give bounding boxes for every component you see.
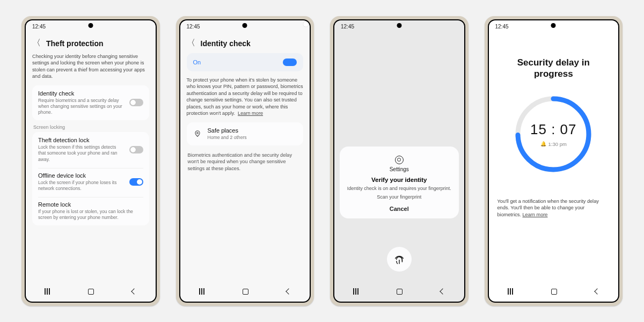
theft-detection-desc: Lock the screen if this settings detects… (38, 144, 124, 163)
dialog-desc: Identity check is on and requires your f… (345, 185, 453, 192)
safe-places-title: Safe places (208, 127, 247, 134)
offline-lock-toggle[interactable] (129, 178, 143, 186)
status-bar: 12:45 (334, 20, 464, 32)
identity-check-card[interactable]: Identity check Require biometrics and a … (32, 85, 149, 121)
front-camera-icon (88, 23, 93, 28)
countdown-ring: 15 : 07 🔔 1:30 pm (513, 94, 594, 174)
page-title: Identity check (201, 39, 251, 48)
back-icon[interactable]: 〈 (187, 38, 195, 49)
safe-places-note: Biometrics authentication and the securi… (187, 152, 304, 172)
status-time: 12:45 (341, 24, 354, 30)
remote-lock-desc: If your phone is lost or stolen, you can… (38, 209, 143, 221)
nav-home-icon[interactable] (243, 289, 248, 295)
delay-note: You'll get a notification when the secur… (495, 198, 612, 219)
remote-lock-row[interactable]: Remote lock If your phone is lost or sto… (38, 201, 143, 221)
safe-places-desc: Home and 2 others (208, 135, 247, 141)
offline-lock-row[interactable]: Offline device lock Lock the screen if y… (38, 172, 143, 192)
countdown-timer: 15 : 07 (530, 121, 577, 138)
learn-more-link[interactable]: Learn more (522, 212, 547, 217)
master-toggle[interactable] (283, 58, 297, 66)
svg-point-0 (196, 133, 198, 134)
status-bar: 12:45 (26, 20, 156, 32)
nav-bar (26, 284, 156, 298)
identity-desc: To protect your phone when it's stolen b… (187, 77, 304, 117)
intro-text: Checking your identity before changing s… (32, 53, 149, 80)
nav-recent-icon[interactable] (353, 288, 358, 295)
nav-recent-icon[interactable] (45, 288, 50, 295)
countdown-end-time: 🔔 1:30 pm (540, 141, 567, 147)
nav-back-icon[interactable] (594, 288, 600, 294)
phone-frame-4: 12:45 Security delay in progress 15 : 07… (485, 16, 623, 306)
front-camera-icon (243, 23, 247, 28)
phone-frame-2: 12:45 〈 Identity check On To protect you… (176, 16, 314, 306)
theft-detection-toggle[interactable] (129, 146, 143, 153)
verify-identity-dialog: Settings Verify your identity Identity c… (340, 147, 459, 218)
nav-home-icon[interactable] (88, 289, 94, 295)
page-title: Security delay in progress (505, 57, 602, 80)
master-toggle-row[interactable]: On (187, 53, 304, 71)
back-icon[interactable]: 〈 (32, 38, 41, 49)
section-label: Screen locking (33, 125, 148, 130)
dialog-app-name: Settings (345, 166, 453, 172)
nav-recent-icon[interactable] (199, 288, 204, 295)
screen-locking-card: Theft detection lock Lock the screen if … (32, 132, 149, 225)
identity-check-title: Identity check (38, 90, 124, 97)
status-time: 12:45 (495, 24, 509, 30)
divider (38, 197, 143, 197)
dialog-title: Verify your identity (345, 177, 453, 183)
nav-bar (180, 284, 310, 298)
nav-home-icon[interactable] (397, 289, 402, 295)
status-time: 12:45 (32, 24, 46, 30)
phone-frame-1: 12:45 〈 Theft protection Checking your i… (21, 16, 160, 306)
remote-lock-title: Remote lock (38, 201, 143, 208)
page-title: Theft protection (46, 39, 104, 48)
nav-home-icon[interactable] (551, 289, 557, 295)
front-camera-icon (397, 23, 401, 28)
status-bar: 12:45 (489, 20, 619, 32)
nav-back-icon[interactable] (286, 288, 291, 294)
nav-bar (489, 284, 619, 298)
nav-back-icon[interactable] (131, 288, 137, 294)
safe-places-row[interactable]: Safe places Home and 2 others (187, 122, 304, 145)
fingerprint-icon (392, 252, 406, 266)
phone-frame-3: 12:45 Settings Verify your identity Iden… (330, 16, 469, 306)
identity-check-toggle[interactable] (129, 99, 143, 106)
status-bar: 12:45 (180, 20, 310, 32)
dialog-scan-hint: Scan your fingerprint (345, 194, 453, 200)
divider (38, 168, 143, 169)
cancel-button[interactable]: Cancel (345, 206, 453, 212)
bell-icon: 🔔 (540, 141, 546, 147)
nav-back-icon[interactable] (440, 288, 445, 294)
fingerprint-sensor[interactable] (387, 247, 412, 272)
offline-lock-desc: Lock the screen if your phone loses its … (38, 180, 124, 192)
settings-gear-icon (395, 156, 404, 164)
nav-recent-icon[interactable] (508, 288, 513, 295)
location-pin-icon (193, 129, 202, 138)
master-toggle-label: On (193, 59, 201, 65)
status-time: 12:45 (187, 24, 200, 30)
theft-detection-row[interactable]: Theft detection lock Lock the screen if … (38, 137, 143, 163)
offline-lock-title: Offline device lock (38, 172, 124, 179)
front-camera-icon (551, 23, 556, 28)
nav-bar (334, 284, 464, 298)
identity-check-desc: Require biometrics and a security delay … (38, 98, 124, 116)
theft-detection-title: Theft detection lock (38, 137, 124, 143)
learn-more-link[interactable]: Learn more (238, 111, 263, 116)
